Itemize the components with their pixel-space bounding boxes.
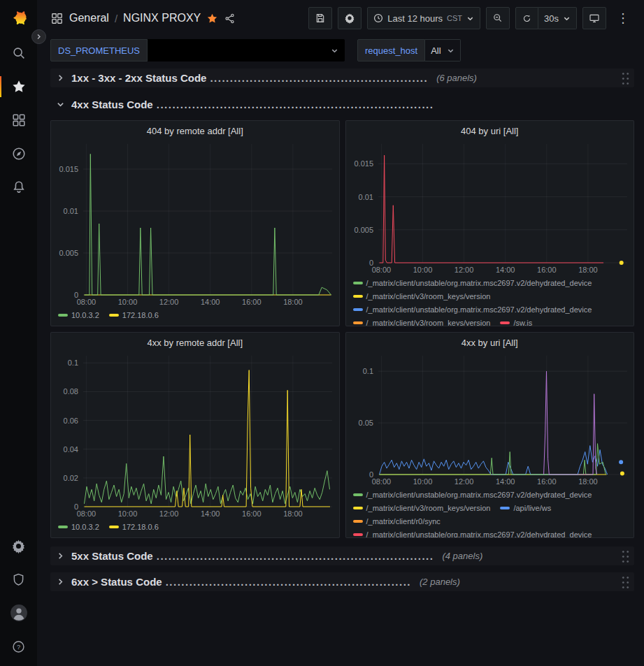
row-leader-dots: ........................................… — [166, 576, 411, 588]
row-leader-dots: ........................................… — [157, 99, 434, 110]
legend-item[interactable]: /_matrix/client/v3/room_keys/version — [353, 318, 491, 326]
row-drag-handle[interactable] — [621, 575, 630, 589]
row-4xx[interactable]: 4xx Status Code ........................… — [50, 95, 634, 114]
sidebar-item-profile[interactable] — [0, 596, 37, 630]
svg-text:08:00: 08:00 — [77, 298, 96, 306]
variable-request-host-value[interactable]: All — [425, 39, 460, 61]
refresh-button[interactable] — [515, 7, 538, 29]
refresh-interval-dropdown[interactable]: 30s — [538, 7, 577, 29]
legend-label: 10.0.3.2 — [71, 523, 99, 531]
svg-text:0.06: 0.06 — [64, 417, 78, 425]
legend-label: /api/live/ws — [513, 504, 551, 512]
svg-text:0.1: 0.1 — [68, 359, 78, 367]
legend-swatch — [500, 321, 510, 324]
sidebar-item-configuration[interactable] — [0, 529, 37, 563]
svg-text:0: 0 — [368, 259, 373, 267]
legend-label: /_matrix/client/unstable/org.matrix.msc2… — [366, 491, 592, 499]
svg-text:0.005: 0.005 — [354, 226, 373, 234]
legend: /_matrix/client/unstable/org.matrix.msc2… — [346, 488, 634, 537]
gear-icon — [344, 13, 355, 24]
favorite-star-icon[interactable] — [206, 13, 218, 24]
legend-item[interactable]: /_matrix/client/unstable/org.matrix.msc2… — [353, 490, 592, 500]
legend-item[interactable]: 10.0.3.2 — [58, 310, 99, 320]
sidebar-item-starred[interactable] — [0, 70, 37, 103]
legend-swatch — [353, 520, 363, 523]
panel-title[interactable]: 4xx by uri [All] — [346, 333, 634, 350]
svg-text:0.02: 0.02 — [64, 474, 78, 482]
legend-swatch — [353, 282, 363, 284]
zoom-out-icon — [492, 13, 503, 24]
legend-item[interactable]: 10.0.3.2 — [58, 522, 99, 532]
time-series-chart[interactable]: 08:0010:0012:0014:0016:0018:0000.0050.01… — [51, 138, 339, 309]
time-series-chart[interactable]: 08:0010:0012:0014:0016:0018:0000.050.1 — [346, 350, 634, 488]
legend-item[interactable]: /sw.js — [500, 318, 532, 326]
time-range-picker[interactable]: Last 12 hours CST — [367, 7, 480, 29]
legend-swatch — [353, 295, 363, 298]
legend-label: 172.18.0.6 — [122, 311, 159, 319]
row-chevron-down-icon[interactable] — [55, 99, 66, 110]
panel-title[interactable]: 404 by remote addr [All] — [51, 121, 339, 138]
row-5xx[interactable]: 5xx Status Code ........................… — [50, 546, 634, 565]
time-series-chart[interactable]: 08:0010:0012:0014:0016:0018:0000.0050.01… — [346, 138, 634, 277]
sidebar-item-server-admin[interactable] — [0, 563, 37, 596]
sidebar-item-help[interactable]: ? — [0, 630, 37, 663]
grafana-logo[interactable] — [0, 0, 37, 36]
legend-item[interactable]: /_matrix/client/v3/room_keys/version — [353, 503, 491, 513]
variable-datasource-value[interactable] — [148, 39, 345, 61]
panel-title[interactable]: 4xx by remote addr [All] — [51, 333, 339, 350]
time-series-chart[interactable]: 08:0010:0012:0014:0016:0018:0000.020.040… — [51, 350, 339, 521]
svg-text:08:00: 08:00 — [371, 477, 391, 486]
kebab-menu-icon[interactable]: ⋮ — [612, 7, 634, 29]
legend-item[interactable]: /_matrix/client/r0/sync — [353, 516, 441, 526]
avatar — [10, 604, 28, 622]
row-6xx[interactable]: 6xx > Status Code ......................… — [50, 572, 634, 591]
dashboard-settings-button[interactable] — [338, 7, 362, 29]
svg-text:?: ? — [17, 643, 20, 650]
row-chevron-right-icon[interactable] — [55, 577, 66, 588]
legend-item[interactable]: /_matrix/client/unstable/org.matrix.msc2… — [353, 530, 592, 537]
legend-item[interactable]: 172.18.0.6 — [109, 522, 159, 532]
row-leader-dots: ........................................… — [157, 550, 434, 562]
share-icon[interactable] — [224, 13, 236, 24]
row-chevron-right-icon[interactable] — [55, 73, 66, 84]
panel-4xx-by-remote-addr: 4xx by remote addr [All] 08:0010:0012:00… — [50, 332, 340, 538]
sidebar-item-dashboards[interactable] — [0, 103, 37, 137]
legend-item[interactable]: /api/live/ws — [500, 503, 551, 513]
variable-request-host-label[interactable]: request_host — [357, 39, 425, 61]
timezone-label: CST — [447, 14, 462, 22]
sidebar-item-alerting[interactable] — [0, 171, 37, 204]
variables-bar: DS_PROMETHEUS request_host All — [37, 36, 644, 66]
monitor-icon — [589, 13, 600, 24]
zoom-out-button[interactable] — [486, 7, 510, 29]
chevron-down-icon — [466, 15, 474, 22]
search-icon — [11, 45, 27, 61]
cycle-view-mode-button[interactable] — [582, 7, 606, 29]
row-chevron-right-icon[interactable] — [55, 551, 66, 562]
grafana-logo-icon — [9, 8, 29, 28]
legend-label: /_matrix/client/unstable/org.matrix.msc2… — [366, 305, 592, 314]
legend-item[interactable]: /_matrix/client/v3/room_keys/version — [353, 291, 491, 301]
legend-item[interactable]: 172.18.0.6 — [109, 310, 159, 320]
panel-title[interactable]: 404 by uri [All] — [346, 121, 634, 138]
svg-text:0: 0 — [368, 470, 373, 479]
svg-text:12:00: 12:00 — [159, 298, 179, 306]
svg-text:12:00: 12:00 — [159, 509, 179, 518]
legend-label: 172.18.0.6 — [122, 523, 159, 531]
sidebar-item-search[interactable] — [0, 36, 37, 70]
svg-text:10:00: 10:00 — [413, 477, 432, 486]
sidebar-item-explore[interactable] — [0, 137, 37, 171]
refresh-group: 30s — [515, 7, 577, 29]
breadcrumb-dashboard-title[interactable]: NGINX PROXY — [123, 12, 201, 24]
variable-datasource-label[interactable]: DS_PROMETHEUS — [50, 39, 148, 61]
legend-item[interactable]: /_matrix/client/unstable/org.matrix.msc2… — [353, 278, 592, 288]
row-panel-count: (4 panels) — [442, 551, 482, 561]
row-drag-handle[interactable] — [621, 71, 630, 85]
legend-item[interactable]: /_matrix/client/unstable/org.matrix.msc2… — [353, 305, 592, 314]
save-dashboard-button[interactable] — [308, 7, 332, 29]
variable-datasource: DS_PROMETHEUS — [50, 39, 345, 61]
sidebar-expand-button[interactable] — [31, 29, 46, 44]
breadcrumb-folder[interactable]: General — [69, 12, 109, 24]
svg-text:10:00: 10:00 — [413, 266, 432, 274]
row-1xx-3xx-2xx[interactable]: 1xx - 3xx - 2xx Status Code ............… — [50, 68, 634, 87]
row-drag-handle[interactable] — [621, 549, 630, 563]
